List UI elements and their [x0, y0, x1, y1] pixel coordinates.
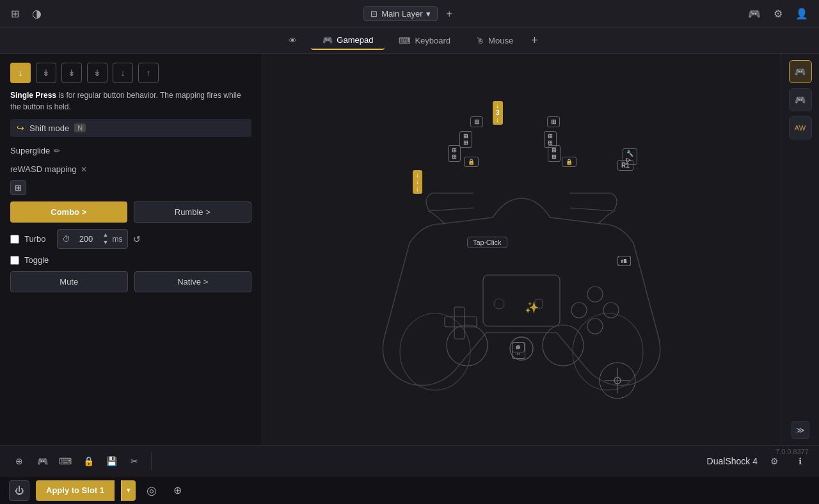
bottom-bar: ⊕ 🎮 ⌨ 🔒 💾 ✂ DualShock 4 ⚙ ℹ [0, 445, 819, 476]
tab-gamepad[interactable]: 🎮 Gamepad [311, 31, 385, 50]
press-type-down[interactable]: ↓ [113, 63, 133, 83]
toggle-checkbox[interactable] [10, 256, 19, 265]
ms-down-button[interactable]: ▼ [101, 239, 109, 246]
ms-up-button[interactable]: ▲ [101, 232, 109, 239]
press-description: Single Press is for regular button behav… [10, 90, 251, 113]
footer-bar: ⏻ Apply to Slot 1 ▾ ◎ ⊕ [0, 476, 819, 504]
sidebar-keyboard-icon[interactable]: AW [789, 116, 812, 139]
layer-selector[interactable]: ⊡ Main Layer ▾ [363, 6, 438, 21]
layer-icon: ⊡ [370, 9, 378, 19]
mapping-row: reWASD mapping ✕ [10, 164, 251, 174]
svg-point-9 [447, 325, 488, 366]
turbo-row: Turbo ⏱ ▲ ▼ ms ↺ [10, 229, 251, 249]
press-type-row: ↓ ↡ ↡ ↡ ↓ ↑ [10, 63, 251, 83]
mute-button[interactable]: Mute [10, 271, 128, 292]
tab-mouse-label: Mouse [488, 36, 513, 45]
svg-point-0 [400, 313, 470, 390]
press-type-4[interactable]: ↡ [87, 63, 107, 83]
add-icon[interactable]: ⊕ [10, 452, 28, 470]
left-panel: ↓ ↡ ↡ ↡ ↓ ↑ Single Press is for regular … [0, 54, 262, 445]
ms-spinner: ▲ ▼ [101, 232, 109, 246]
right-stick-cross [598, 361, 637, 402]
top-bar-center: ⊡ Main Layer ▾ + [363, 6, 456, 21]
turbo-ms-group: ⏱ ▲ ▼ ms [57, 229, 128, 249]
sidebar-controller-2[interactable]: 🎮 [789, 88, 812, 111]
turbo-reset-button[interactable]: ↺ [133, 234, 141, 244]
press-type-up[interactable]: ↑ [138, 63, 159, 83]
svg-point-8 [587, 319, 603, 334]
chevron-down-icon: ▾ [426, 9, 431, 19]
combo-button[interactable]: Combo > [10, 201, 127, 223]
gamepad-icon: 🎮 [322, 35, 333, 45]
turbo-label: Turbo [24, 234, 45, 244]
shift-badge: N [74, 123, 86, 132]
grid-icon[interactable]: ⊞ [8, 6, 22, 21]
eye-icon: 👁 [289, 36, 297, 45]
save-bottom-icon[interactable]: 💾 [102, 452, 120, 470]
controller-icon-2[interactable]: ⚙ [770, 6, 786, 21]
ms-unit-label: ms [112, 235, 122, 244]
svg-rect-2 [483, 275, 560, 326]
lock-bottom-icon[interactable]: 🔒 [79, 452, 97, 470]
gamepad-bottom-icon[interactable]: 🎮 [33, 452, 51, 470]
toggle-label: Toggle [24, 255, 49, 265]
device-name: DualShock 4 [707, 456, 758, 466]
toggle-checkbox-row: Toggle [10, 255, 251, 265]
power-button[interactable]: ⏻ [9, 480, 29, 501]
main-area: ↓ ↡ ↡ ↡ ↓ ↑ Single Press is for regular … [0, 54, 819, 445]
mapping-icon-box: ⊞ [10, 180, 26, 195]
ctrl-label-top: ↓ 3 ↓ [493, 101, 503, 125]
sidebar-expand-button[interactable]: ≫ [791, 421, 809, 439]
rumble-button[interactable]: Rumble > [134, 201, 252, 223]
cut-bottom-icon[interactable]: ✂ [125, 452, 143, 470]
mouse-icon: 🖱 [476, 36, 484, 45]
superglide-label: Superglide [10, 146, 50, 155]
shift-mode-row[interactable]: ↪ Shift mode N [10, 119, 251, 137]
combo-rumble-row: Combo > Rumble > [10, 201, 251, 223]
color-wheel-icon[interactable]: ◑ [29, 6, 45, 22]
mute-native-row: Mute Native > [10, 271, 251, 292]
tab-keyboard[interactable]: ⌨ Keyboard [387, 32, 462, 49]
top-bar-left: ⊞ ◑ [8, 6, 45, 22]
keyboard-icon: ⌨ [399, 36, 411, 45]
controller-area: Tap·Click ↓ 3 ↓ ⊞ ⊞ ⊞ ⊞ ⊞ ⊞ ⊞ ⊞ ⊞ ⊞ [262, 54, 781, 445]
mapping-label: reWASD mapping [10, 164, 77, 174]
tab-keyboard-label: Keyboard [415, 36, 450, 45]
top-bar-right: 🎮 ⚙ 👤 [745, 6, 811, 21]
user-icon[interactable]: 👤 [792, 6, 811, 21]
superglide-row: Superglide ✏ [10, 143, 251, 158]
tap-click-label: Tap·Click [467, 237, 507, 248]
controller-icon-1[interactable]: 🎮 [745, 6, 764, 21]
press-type-2[interactable]: ↡ [36, 63, 56, 83]
top-bar: ⊞ ◑ ⊡ Main Layer ▾ + 🎮 ⚙ 👤 [0, 0, 819, 28]
add-layer-button[interactable]: + [443, 7, 455, 21]
turbo-checkbox[interactable] [10, 235, 19, 244]
add-tab-button[interactable]: + [527, 33, 542, 49]
tab-eye[interactable]: 👁 [277, 32, 308, 49]
native-button[interactable]: Native > [134, 271, 252, 292]
turbo-ms-input[interactable] [73, 234, 99, 244]
ps-button-footer[interactable]: ⊕ [168, 481, 187, 500]
tab-mouse[interactable]: 🖱 Mouse [465, 32, 525, 49]
shift-icon: ↪ [17, 123, 24, 133]
svg-point-7 [571, 303, 587, 318]
apply-slot-button[interactable]: Apply to Slot 1 [36, 480, 115, 501]
target-icon[interactable]: ◎ [142, 481, 161, 500]
mapping-icon-row: ⊞ [10, 180, 251, 195]
press-type-3[interactable]: ↡ [61, 63, 82, 83]
press-description-bold: Single Press [10, 91, 56, 100]
svg-rect-3 [454, 307, 465, 339]
bottom-divider [151, 452, 152, 470]
superglide-edit-icon[interactable]: ✏ [54, 146, 60, 155]
sidebar-controller-active[interactable]: 🎮 [789, 60, 812, 83]
svg-point-6 [603, 303, 619, 318]
press-type-single-active[interactable]: ↓ [10, 63, 31, 83]
layer-name: Main Layer [381, 9, 422, 19]
bottom-icons: ⊕ 🎮 ⌨ 🔒 💾 ✂ [10, 452, 143, 470]
slot-dropdown-button[interactable]: ▾ [121, 480, 136, 501]
tab-gamepad-label: Gamepad [337, 35, 373, 45]
mapping-close-icon[interactable]: ✕ [81, 165, 87, 174]
keyboard-bottom-icon[interactable]: ⌨ [56, 452, 74, 470]
turbo-checkbox-row: Turbo [10, 234, 45, 244]
controller-background: Tap·Click ↓ 3 ↓ ⊞ ⊞ ⊞ ⊞ ⊞ ⊞ ⊞ ⊞ ⊞ ⊞ [346, 96, 697, 403]
